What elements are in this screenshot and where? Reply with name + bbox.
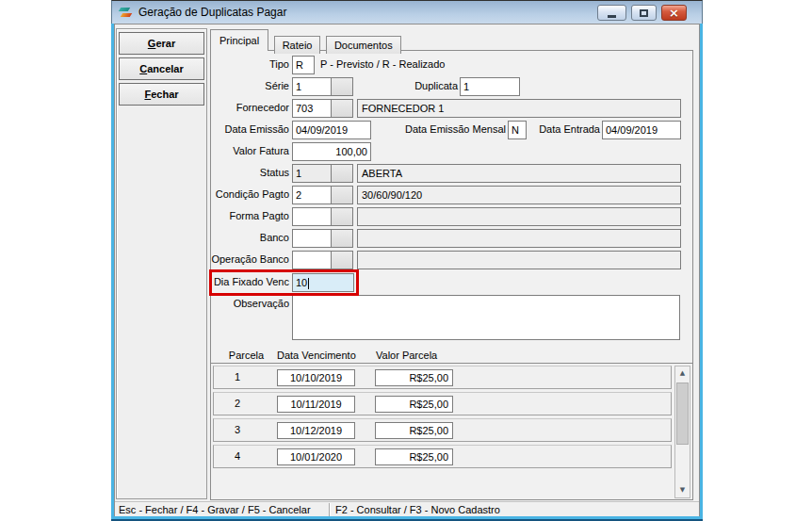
operacao-banco-code-input[interactable] bbox=[292, 251, 332, 269]
parcela-valor-input[interactable] bbox=[375, 448, 453, 465]
scrollbar-thumb[interactable] bbox=[676, 383, 689, 445]
parcela-valor-input[interactable] bbox=[375, 422, 453, 439]
tab-documentos[interactable]: Documentos bbox=[326, 36, 401, 54]
data-entrada-label: Data Entrada bbox=[522, 123, 600, 135]
parcela-number: 2 bbox=[214, 398, 261, 409]
text-cursor bbox=[308, 278, 309, 289]
sidebar: Gerar Cancelar Fechar bbox=[116, 28, 207, 499]
condicao-pagto-code-input[interactable] bbox=[292, 186, 332, 204]
parcela-valor-input[interactable] bbox=[375, 396, 453, 413]
condicao-pagto-name-display: 30/60/90/120 bbox=[357, 186, 681, 204]
banco-label: Banco bbox=[200, 232, 289, 243]
statusbar-divider bbox=[329, 503, 330, 516]
banco-code-input[interactable] bbox=[292, 229, 332, 248]
forma-pagto-label: Forma Pagto bbox=[200, 210, 289, 221]
window-controls: × bbox=[597, 5, 687, 21]
parcela-data-vencimento-input[interactable] bbox=[277, 448, 355, 465]
valor-fatura-input[interactable] bbox=[292, 142, 371, 161]
data-entrada-input[interactable] bbox=[602, 121, 681, 139]
condicao-pagto-label: Condição Pagto bbox=[200, 188, 289, 200]
fornecedor-name-display: FORNECEDOR 1 bbox=[357, 99, 681, 118]
statusbar-left-text: Esc - Fechar / F4 - Gravar / F5 - Cancel… bbox=[115, 504, 329, 515]
data-vencimento-column-header: Data Vencimento bbox=[277, 350, 356, 361]
fechar-button[interactable]: Fechar bbox=[119, 83, 204, 106]
parcela-data-vencimento-input[interactable] bbox=[277, 369, 355, 386]
data-emissao-label: Data Emissão bbox=[200, 123, 289, 135]
parcela-row: 2 bbox=[213, 392, 672, 415]
parcela-row: 4 bbox=[213, 445, 672, 468]
valor-parcela-column-header: Valor Parcela bbox=[376, 350, 437, 361]
maximize-button[interactable] bbox=[631, 5, 657, 21]
scroll-up-icon[interactable]: ▲ bbox=[675, 366, 690, 381]
dia-fixado-venc-input[interactable]: 10 bbox=[292, 273, 354, 292]
fornecedor-code-input[interactable] bbox=[292, 99, 332, 118]
maximize-icon bbox=[640, 9, 648, 17]
client-area: Gerar Cancelar Fechar Principal Rateio D… bbox=[114, 24, 700, 516]
gerar-button[interactable]: Gerar bbox=[119, 32, 204, 55]
forma-pagto-lookup-button[interactable] bbox=[331, 207, 353, 226]
close-button[interactable]: × bbox=[661, 5, 687, 21]
observacao-label: Observação bbox=[200, 298, 289, 309]
operacao-banco-label: Operação Banco bbox=[200, 253, 289, 265]
tipo-label: Tipo bbox=[200, 58, 289, 70]
serie-lookup-button[interactable] bbox=[331, 77, 353, 96]
tab-principal[interactable]: Principal bbox=[210, 29, 268, 51]
vertical-scrollbar[interactable]: ▲ ▼ bbox=[674, 366, 690, 498]
parcela-number: 3 bbox=[214, 424, 261, 435]
minimize-icon bbox=[608, 15, 616, 18]
parcelas-list: 1 2 3 4 bbox=[211, 363, 692, 499]
serie-input[interactable] bbox=[292, 77, 332, 96]
tipo-input[interactable] bbox=[292, 56, 315, 74]
fornecedor-lookup-button[interactable] bbox=[331, 99, 353, 118]
minimize-button[interactable] bbox=[597, 5, 626, 21]
parcela-column-header: Parcela bbox=[220, 350, 272, 361]
parcela-row: 1 bbox=[213, 366, 672, 389]
titlebar[interactable]: Geração de Duplicatas Pagar × bbox=[111, 0, 703, 24]
parcela-data-vencimento-input[interactable] bbox=[277, 422, 355, 439]
observacao-textarea[interactable] bbox=[292, 295, 680, 340]
duplicata-label: Duplicata bbox=[368, 80, 458, 91]
data-emissao-mensal-label: Data Emissão Mensal bbox=[381, 123, 506, 135]
status-label: Status bbox=[200, 167, 289, 178]
operacao-banco-lookup-button[interactable] bbox=[331, 251, 353, 269]
app-logo-icon bbox=[117, 6, 134, 20]
parcela-number: 1 bbox=[214, 371, 261, 383]
dia-fixado-venc-label: Dia Fixado Venc bbox=[200, 276, 289, 287]
tab-strip: Principal Rateio Documentos bbox=[210, 29, 402, 51]
duplicata-input[interactable] bbox=[460, 77, 520, 96]
window-title: Geração de Duplicatas Pagar bbox=[138, 6, 286, 19]
serie-label: Série bbox=[200, 80, 289, 91]
status-bar: Esc - Fechar / F4 - Gravar / F5 - Cancel… bbox=[115, 501, 699, 516]
close-icon: × bbox=[669, 7, 679, 19]
cancelar-button[interactable]: Cancelar bbox=[119, 57, 204, 80]
parcela-number: 4 bbox=[214, 450, 261, 462]
operacao-banco-name-display bbox=[357, 251, 681, 269]
status-lookup-button[interactable] bbox=[331, 164, 353, 183]
parcela-valor-input[interactable] bbox=[375, 369, 453, 386]
forma-pagto-name-display bbox=[357, 207, 681, 226]
fornecedor-label: Fornecedor bbox=[200, 102, 289, 113]
statusbar-right-text: F2 - Consultar / F3 - Novo Cadastro bbox=[332, 504, 504, 515]
tipo-hint: P - Previsto / R - Realizado bbox=[320, 58, 445, 70]
status-name-display: ABERTA bbox=[357, 164, 681, 183]
banco-name-display bbox=[357, 229, 681, 248]
forma-pagto-code-input[interactable] bbox=[292, 207, 332, 226]
condicao-pagto-lookup-button[interactable] bbox=[331, 186, 353, 204]
scroll-down-icon[interactable]: ▼ bbox=[675, 483, 690, 497]
desktop: Geração de Duplicatas Pagar × Gerar Canc… bbox=[0, 0, 812, 521]
banco-lookup-button[interactable] bbox=[331, 229, 353, 248]
tab-rateio[interactable]: Rateio bbox=[274, 36, 321, 54]
parcela-data-vencimento-input[interactable] bbox=[277, 396, 355, 413]
data-emissao-input[interactable] bbox=[292, 121, 371, 139]
parcela-row: 3 bbox=[213, 418, 672, 442]
valor-fatura-label: Valor Fatura bbox=[200, 145, 289, 156]
dialog-window: Geração de Duplicatas Pagar × Gerar Canc… bbox=[111, 0, 703, 521]
principal-tab-panel: Tipo P - Previsto / R - Realizado Série … bbox=[210, 50, 693, 500]
status-code-input[interactable] bbox=[292, 164, 332, 183]
